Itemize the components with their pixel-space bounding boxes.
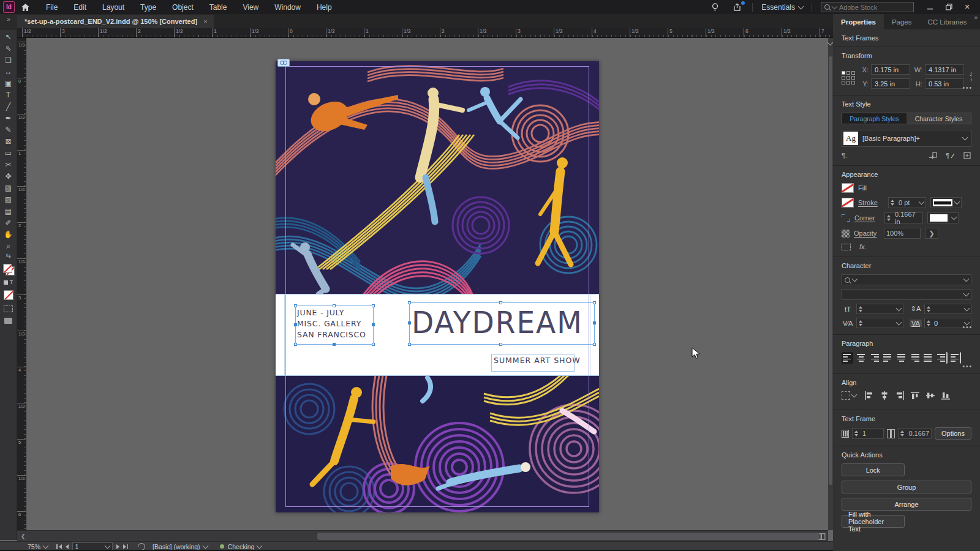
font-family-select[interactable] (842, 274, 971, 285)
horizontal-scrollbar-thumb[interactable] (317, 533, 820, 540)
direct-selection-tool[interactable]: ⇖ (1, 42, 16, 54)
preflight-status-control[interactable]: Checking (228, 543, 262, 550)
menu-item[interactable]: Object (164, 3, 202, 12)
preflight-profile-control[interactable]: [Basic] (working) (153, 543, 208, 550)
vertical-scrollbar[interactable] (828, 38, 833, 530)
align-right-button[interactable] (869, 352, 880, 364)
gradient-tool[interactable]: ▨ (1, 182, 16, 193)
rectangle-tool[interactable]: ▭ (1, 147, 16, 159)
gradient-feather-tool[interactable]: ▧ (1, 193, 16, 205)
stepper-icon[interactable] (859, 306, 864, 312)
more-options-icon[interactable]: ••• (962, 324, 973, 331)
corner-label[interactable]: Corner (854, 214, 880, 222)
corner-size-field[interactable]: 0.1667 in (884, 212, 923, 223)
last-page-button[interactable] (123, 544, 129, 549)
reference-point-grid[interactable] (842, 71, 855, 84)
apply-none-swatch[interactable] (4, 290, 13, 300)
w-input[interactable]: 4.1317 in (925, 64, 964, 75)
horizontal-scrollbar[interactable]: ❮ ❯ (17, 530, 828, 542)
font-size-field[interactable] (856, 304, 903, 314)
redefine-style-icon[interactable] (928, 152, 937, 159)
artwork-top[interactable] (276, 61, 599, 294)
zoom-level-control[interactable]: 75% (28, 543, 48, 550)
panel-expand-icon[interactable]: » (0, 14, 17, 30)
eyedropper-tool[interactable]: ✐ (1, 217, 16, 228)
close-button[interactable]: ✕ (959, 2, 975, 12)
align-horizontal-centers-icon[interactable] (880, 391, 889, 400)
scroll-left-icon[interactable]: ❮ (17, 533, 29, 539)
opacity-field[interactable]: 100% (884, 228, 921, 239)
menu-item[interactable]: Help (309, 3, 340, 12)
pilcrow-icon[interactable]: ¶. (842, 152, 847, 159)
more-options-icon[interactable]: ••• (962, 363, 973, 370)
previous-page-button[interactable] (66, 544, 69, 549)
text-frame-title-selection[interactable] (409, 302, 595, 345)
page-tool[interactable]: ❏ (1, 54, 16, 66)
quick-action-button[interactable]: Lock (842, 463, 905, 476)
link-badge-icon[interactable] (277, 59, 290, 67)
learn-bulb-icon[interactable] (708, 2, 722, 12)
text-frame-info-selection[interactable] (295, 305, 374, 345)
opacity-more-button[interactable]: ❯ (925, 228, 938, 239)
constrain-proportions-icon[interactable] (968, 71, 971, 82)
stepper-icon[interactable] (900, 430, 906, 437)
selection-tool[interactable]: ↖ (1, 31, 16, 42)
y-input[interactable]: 3.25 in (871, 78, 910, 89)
menu-item[interactable]: Layout (94, 3, 132, 12)
formatting-text-icon[interactable]: T (10, 279, 13, 285)
align-toward-spine-button[interactable] (936, 352, 948, 364)
apply-gradient-icon[interactable] (4, 305, 13, 312)
leading-field[interactable] (924, 304, 971, 314)
horizontal-ruler[interactable]: 1/231/221/211/201/211/221/231/241/251/26… (17, 28, 833, 38)
scissors-tool[interactable]: ✂ (1, 159, 16, 170)
stepper-icon[interactable] (891, 200, 896, 206)
fill-stroke-swatches[interactable] (3, 264, 14, 275)
vertical-scrollbar-thumb[interactable] (829, 56, 832, 485)
kerning-field[interactable] (856, 318, 903, 328)
screen-mode-icon[interactable] (4, 318, 12, 324)
stroke-weight-field[interactable]: 0 pt (888, 197, 926, 208)
line-tool[interactable]: ╱ (1, 100, 16, 112)
gap-tool[interactable]: ↔ (1, 66, 16, 77)
justify-all-button[interactable] (922, 352, 934, 364)
x-input[interactable]: 0.175 in (871, 64, 910, 75)
stepper-icon[interactable] (887, 215, 892, 221)
justify-right-button[interactable] (909, 352, 921, 364)
document-tab[interactable]: *set-up-a-postcard_END_V2.indd @ 150% [C… (17, 15, 214, 28)
text-frame-subtitle[interactable] (491, 354, 575, 372)
scroll-down-icon[interactable] (827, 40, 834, 46)
free-transform-tool[interactable]: ✥ (1, 170, 16, 182)
quick-action-button[interactable]: Arrange (842, 498, 971, 511)
h-input[interactable]: 0.53 in (925, 78, 964, 89)
adobe-stock-search[interactable]: Adobe Stock (821, 2, 914, 12)
menu-item[interactable]: View (235, 3, 266, 12)
align-vertical-centers-icon[interactable] (925, 391, 935, 400)
fill-swatch[interactable] (842, 183, 854, 193)
font-style-select[interactable] (842, 289, 971, 300)
note-tool[interactable]: ▤ (1, 205, 16, 217)
home-icon[interactable] (18, 2, 32, 12)
stepper-icon[interactable] (927, 320, 932, 326)
pencil-tool[interactable]: ✎ (1, 124, 16, 135)
restore-button[interactable] (941, 2, 957, 12)
stepper-icon[interactable] (859, 320, 864, 326)
align-away-spine-button[interactable] (949, 352, 961, 364)
menu-item[interactable]: Table (202, 3, 235, 12)
tab-paragraph-styles[interactable]: Paragraph Styles (842, 113, 907, 124)
menu-item[interactable]: Edit (66, 3, 94, 12)
close-tab-icon[interactable]: × (203, 18, 207, 25)
columns-field[interactable]: 1 (852, 428, 884, 439)
menu-item[interactable]: Window (266, 3, 309, 12)
type-tool[interactable]: T (1, 89, 16, 100)
stroke-label[interactable]: Stroke (858, 199, 884, 206)
first-page-button[interactable] (56, 544, 62, 549)
frame-tool[interactable]: ⊠ (1, 135, 16, 147)
workspace-switcher[interactable]: Essentials (761, 3, 803, 12)
stepper-icon[interactable] (927, 306, 932, 312)
indesign-logo-icon[interactable]: Id (3, 1, 15, 13)
justify-left-button[interactable] (882, 352, 894, 364)
text-frame-options-button[interactable]: Options (935, 427, 971, 440)
gutter-field[interactable]: 0.1667 (898, 428, 932, 439)
next-page-button[interactable] (116, 544, 119, 549)
tab-cc-libraries[interactable]: CC Libraries (920, 14, 975, 29)
